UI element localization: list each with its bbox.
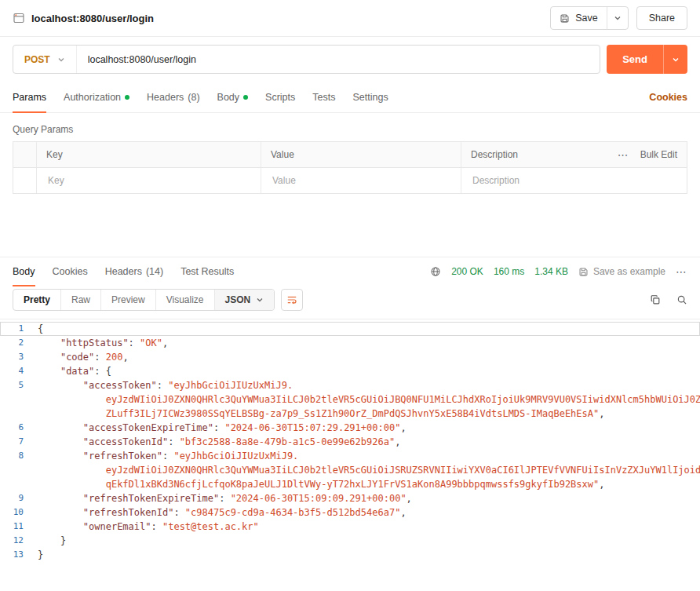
line-number: 10 <box>0 505 33 520</box>
tab-headers[interactable]: Headers(14) <box>105 257 163 286</box>
line-number: 13 <box>0 548 33 562</box>
view-mode-pretty[interactable]: Pretty <box>13 290 61 310</box>
request-title: localhost:8080/user/login <box>31 13 154 24</box>
code-line-6: 6"accessTokenExpireTime": "2024-06-30T15… <box>0 421 700 435</box>
param-value-input[interactable] <box>271 174 451 187</box>
cookies-link[interactable]: Cookies <box>649 92 687 103</box>
code-line-7: 7"accessTokenId": "bf3c2588-8a8e-479b-a1… <box>0 435 700 449</box>
tab-test-results[interactable]: Test Results <box>180 257 234 286</box>
tab-scripts[interactable]: Scripts <box>265 82 295 112</box>
search-button[interactable] <box>676 294 687 305</box>
tab-headers[interactable]: Headers(8) <box>147 82 200 112</box>
line-number: 4 <box>0 364 33 378</box>
line-number: 9 <box>0 491 33 505</box>
share-button[interactable]: Share <box>636 6 687 30</box>
network-globe-icon[interactable] <box>430 266 441 277</box>
line-number: 1 <box>0 322 33 336</box>
row-handle-header-cell <box>13 142 37 167</box>
wrap-text-button[interactable] <box>281 289 303 311</box>
tab-label: Authorization <box>64 92 121 103</box>
share-button-label: Share <box>649 13 675 24</box>
line-number: 3 <box>0 350 33 364</box>
line-number: 7 <box>0 435 33 449</box>
code-line-1: 1{ <box>0 322 700 336</box>
line-number: 6 <box>0 421 33 435</box>
code-line-8: 8"refreshToken": "eyJhbGciOiJIUzUxMiJ9.​… <box>0 449 700 491</box>
column-header-description-label: Description <box>471 149 518 160</box>
tab-body[interactable]: Body <box>13 257 35 286</box>
tab-authorization[interactable]: Authorization <box>64 82 129 112</box>
line-number: 11 <box>0 520 33 534</box>
app-window: localhost:8080/user/login Save <box>0 0 700 591</box>
param-key-input[interactable] <box>46 174 251 187</box>
tab-label: Tests <box>312 92 335 103</box>
response-time[interactable]: 160 ms <box>494 266 524 277</box>
send-button[interactable]: Send <box>607 45 663 74</box>
modified-dot <box>243 95 248 100</box>
copy-icon <box>650 294 661 305</box>
code-line-12: 12} <box>0 534 700 548</box>
save-icon <box>560 13 570 24</box>
response-more-actions-icon[interactable]: ⋯ <box>676 266 687 277</box>
code-line-5: 5"accessToken": "eyJhbGciOiJIUzUxMiJ9.​e… <box>0 378 700 421</box>
send-button-group: Send <box>607 45 687 74</box>
param-description-input[interactable] <box>471 174 677 187</box>
tab-label: Headers <box>105 266 142 277</box>
code-line-3: 3"code": 200, <box>0 350 700 364</box>
save-button-group: Save <box>550 6 629 30</box>
response-tabs-row: BodyCookiesHeaders(14)Test Results 200 O… <box>0 257 700 286</box>
code-line-4: 4"data": { <box>0 364 700 378</box>
copy-button[interactable] <box>650 294 661 305</box>
save-button-label: Save <box>575 13 598 24</box>
wrap-text-icon <box>286 294 297 305</box>
view-mode-preview[interactable]: Preview <box>101 290 156 310</box>
response-viewer-bar: PrettyRawPreviewVisualize JSON <box>0 286 700 319</box>
view-mode-visualize[interactable]: Visualize <box>156 290 215 310</box>
tab-tests[interactable]: Tests <box>312 82 335 112</box>
tab-label: Headers <box>147 92 184 103</box>
view-mode-raw[interactable]: Raw <box>61 290 101 310</box>
line-number: 12 <box>0 534 33 548</box>
tab-cookies[interactable]: Cookies <box>53 257 88 286</box>
code-line-2: 2"httpStatus": "OK", <box>0 336 700 350</box>
request-response-divider[interactable] <box>0 194 700 257</box>
code-line-9: 9"refreshTokenExpireTime": "2024-06-30T1… <box>0 491 700 505</box>
tab-settings[interactable]: Settings <box>352 82 388 112</box>
search-icon <box>676 294 687 305</box>
save-button[interactable]: Save <box>551 7 607 29</box>
code-line-11: 11"ownerEmail": "test@test.ac.kr" <box>0 520 700 534</box>
response-pane: BodyCookiesHeaders(14)Test Results 200 O… <box>0 257 700 591</box>
url-input[interactable] <box>77 54 600 65</box>
send-options-button[interactable] <box>663 45 687 74</box>
tab-body[interactable]: Body <box>217 82 249 112</box>
method-label: POST <box>24 54 50 65</box>
chevron-down-icon <box>614 14 622 22</box>
response-body-code[interactable]: 1{2"httpStatus": "OK",3"code": 200,4"dat… <box>0 319 700 591</box>
line-number: 5 <box>0 378 33 421</box>
row-handle-cell <box>13 168 37 193</box>
code-line-10: 10"refreshTokenId": "c98475c9-cd9a-4634-… <box>0 505 700 520</box>
request-tabs-row: ParamsAuthorizationHeaders(8)BodyScripts… <box>0 82 700 113</box>
request-header-bar: localhost:8080/user/login Save <box>0 0 700 37</box>
column-header-value: Value <box>261 142 461 167</box>
save-options-button[interactable] <box>607 7 628 29</box>
query-params-table: Key Value Description ⋯ Bulk Edit <box>13 141 687 194</box>
bulk-edit-button[interactable]: Bulk Edit <box>640 149 677 160</box>
column-header-key: Key <box>37 142 261 167</box>
more-actions-icon[interactable]: ⋯ <box>618 149 629 160</box>
method-selector[interactable]: POST <box>13 46 77 73</box>
tab-params[interactable]: Params <box>13 82 46 112</box>
tab-count: (14) <box>146 266 163 277</box>
save-as-example-label: Save as example <box>593 266 665 277</box>
save-as-example-button[interactable]: Save as example <box>578 266 665 277</box>
column-header-description: Description ⋯ Bulk Edit <box>461 142 687 167</box>
format-dropdown[interactable]: JSON <box>215 290 275 310</box>
format-label: JSON <box>225 294 251 305</box>
view-mode-segmented-control: PrettyRawPreviewVisualize JSON <box>13 289 275 311</box>
chevron-down-icon <box>57 56 65 64</box>
chevron-down-icon <box>672 56 680 64</box>
send-button-label: Send <box>622 53 647 65</box>
response-size[interactable]: 1.34 KB <box>534 266 568 277</box>
request-icon <box>13 12 25 24</box>
status-badge[interactable]: 200 OK <box>451 266 483 277</box>
